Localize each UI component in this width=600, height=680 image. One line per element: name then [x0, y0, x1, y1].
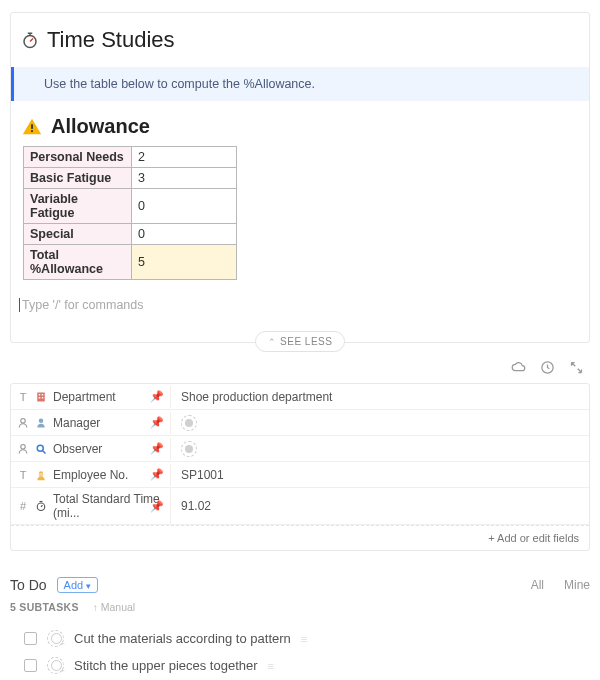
svg-rect-8	[42, 397, 44, 399]
drag-handle-icon[interactable]: ≡	[301, 633, 307, 645]
magnifier-icon	[35, 443, 47, 455]
allowance-label: Special	[24, 224, 132, 245]
filter-mine[interactable]: Mine	[564, 578, 590, 592]
task-checkbox[interactable]	[24, 659, 37, 672]
assignee-placeholder-icon[interactable]	[181, 415, 197, 431]
svg-rect-6	[42, 394, 44, 396]
number-type-icon: #	[17, 500, 29, 512]
svg-rect-1	[31, 124, 33, 129]
text-type-icon: T	[17, 391, 29, 403]
warning-icon	[21, 116, 43, 138]
allowance-total-label: Total %Allowance	[24, 245, 132, 280]
page-title: Time Studies	[47, 27, 175, 53]
field-label: Observer	[53, 442, 102, 456]
allowance-label: Personal Needs	[24, 147, 132, 168]
task-assignee-icon[interactable]	[47, 657, 64, 674]
allowance-label: Variable Fatigue	[24, 189, 132, 224]
filter-all[interactable]: All	[531, 578, 544, 592]
table-row: Basic Fatigue3	[24, 168, 237, 189]
timer-icon	[35, 500, 47, 512]
people-type-icon	[17, 443, 29, 455]
text-type-icon: T	[17, 469, 29, 481]
field-value[interactable]: SP1001	[171, 464, 589, 486]
todo-header: To Do Add All Mine	[10, 577, 590, 593]
see-less-button[interactable]: SEE LESS	[255, 331, 346, 352]
task-checkbox[interactable]	[24, 632, 37, 645]
field-label: Department	[53, 390, 116, 404]
drag-handle-icon[interactable]: ≡	[268, 660, 274, 672]
field-label: Employee No.	[53, 468, 128, 482]
allowance-heading-row: Allowance	[21, 115, 579, 138]
field-value[interactable]	[171, 437, 589, 461]
building-icon	[35, 391, 47, 403]
time-studies-card: Time Studies Use the table below to comp…	[10, 12, 590, 343]
allowance-value[interactable]: 0	[132, 224, 237, 245]
expand-icon[interactable]	[569, 360, 584, 375]
table-row: Special0	[24, 224, 237, 245]
allowance-total-value: 5	[132, 245, 237, 280]
svg-point-12	[37, 445, 43, 451]
pin-icon[interactable]: 📌	[150, 416, 164, 429]
allowance-label: Basic Fatigue	[24, 168, 132, 189]
task-row[interactable]: Stitch the upper pieces together ≡	[10, 652, 590, 679]
field-row-total-time: # Total Standard Time (mi... 📌 91.02	[11, 488, 589, 525]
allowance-table: Personal Needs2 Basic Fatigue3 Variable …	[23, 146, 237, 280]
page-header: Time Studies	[21, 27, 579, 53]
assignee-placeholder-icon[interactable]	[181, 441, 197, 457]
svg-rect-2	[31, 130, 33, 132]
table-row: Personal Needs2	[24, 147, 237, 168]
task-assignee-icon[interactable]	[47, 630, 64, 647]
manager-icon	[35, 417, 47, 429]
field-row-department: T Department 📌 Shoe production departmen…	[11, 384, 589, 410]
svg-rect-4	[37, 392, 45, 401]
pin-icon[interactable]: 📌	[150, 500, 164, 513]
field-row-observer: Observer 📌	[11, 436, 589, 462]
worker-icon	[35, 469, 47, 481]
svg-point-10	[39, 418, 44, 423]
task-title[interactable]: Cut the materials according to pattern	[74, 631, 291, 646]
slash-command-input[interactable]: Type '/' for commands	[19, 298, 579, 312]
table-row-total: Total %Allowance5	[24, 245, 237, 280]
svg-point-11	[21, 444, 26, 449]
stopwatch-icon	[21, 31, 39, 49]
add-edit-fields-button[interactable]: + Add or edit fields	[11, 525, 589, 550]
history-icon[interactable]	[540, 360, 555, 375]
svg-rect-7	[39, 397, 41, 399]
pin-icon[interactable]: 📌	[150, 442, 164, 455]
task-row[interactable]: Cut the materials according to pattern ≡	[10, 625, 590, 652]
svg-point-9	[21, 418, 26, 423]
field-row-employee: T Employee No. 📌 SP1001	[11, 462, 589, 488]
custom-fields-card: T Department 📌 Shoe production departmen…	[10, 383, 590, 551]
task-title[interactable]: Stitch the upper pieces together	[74, 658, 258, 673]
field-value[interactable]	[171, 411, 589, 435]
field-value[interactable]: 91.02	[171, 495, 589, 517]
field-label: Total Standard Time (mi...	[53, 492, 164, 520]
field-value[interactable]: Shoe production department	[171, 386, 589, 408]
subtasks-count: 5 SUBTASKS	[10, 601, 79, 613]
subtasks-meta: 5 SUBTASKS Manual	[10, 601, 590, 613]
allowance-value[interactable]: 3	[132, 168, 237, 189]
pin-icon[interactable]: 📌	[150, 390, 164, 403]
card-actions	[10, 356, 590, 383]
allowance-value[interactable]: 2	[132, 147, 237, 168]
add-button[interactable]: Add	[57, 577, 98, 593]
sort-button[interactable]: Manual	[93, 601, 135, 613]
allowance-heading: Allowance	[51, 115, 150, 138]
allowance-value[interactable]: 0	[132, 189, 237, 224]
people-type-icon	[17, 417, 29, 429]
field-row-manager: Manager 📌	[11, 410, 589, 436]
field-label: Manager	[53, 416, 100, 430]
pin-icon[interactable]: 📌	[150, 468, 164, 481]
table-row: Variable Fatigue0	[24, 189, 237, 224]
cloud-icon[interactable]	[511, 360, 526, 375]
info-callout: Use the table below to compute the %Allo…	[11, 67, 589, 101]
svg-rect-5	[39, 394, 41, 396]
todo-heading: To Do	[10, 577, 47, 593]
